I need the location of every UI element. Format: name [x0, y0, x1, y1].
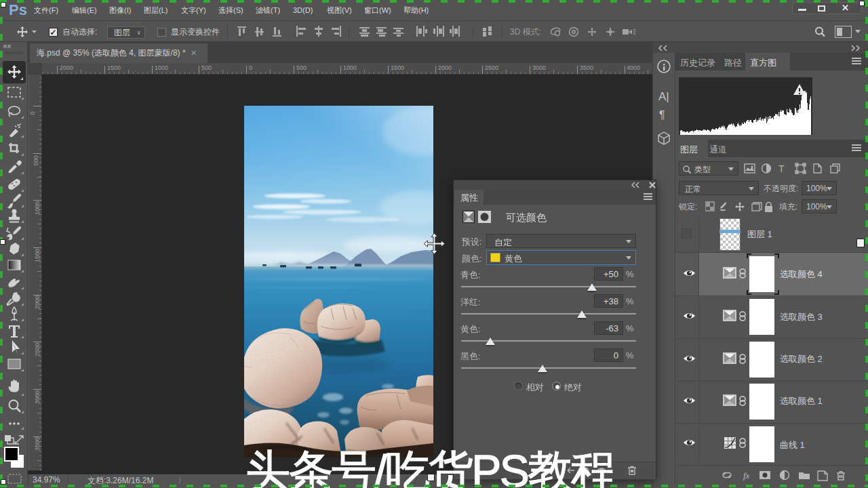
svg-text:¶: ¶	[659, 109, 665, 121]
svg-text:A|: A|	[658, 90, 669, 103]
svg-text:fx: fx	[743, 470, 750, 481]
svg-text:T: T	[778, 163, 785, 174]
